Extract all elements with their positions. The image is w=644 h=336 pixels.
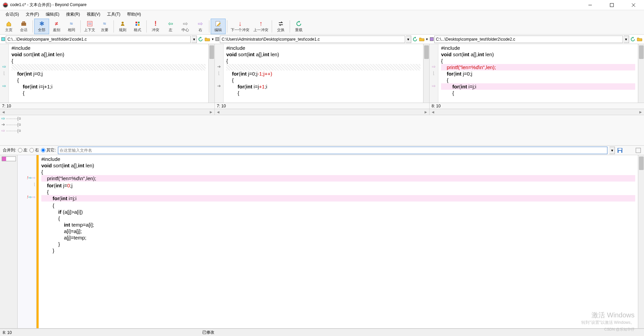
path-input-center[interactable] [220,36,405,43]
merge-target-input[interactable] [58,147,607,154]
menu-item[interactable]: 编辑(E) [43,11,62,18]
code-right[interactable]: #include void sort(int a[],int len){ pri… [438,44,638,103]
toolbar-context[interactable]: 上下文 [82,19,97,34]
star-icon: ✱ [39,20,44,27]
path-input-right[interactable] [434,36,623,43]
path-center: ▾ ▼ [215,36,428,43]
vscrollbar-right[interactable] [638,44,644,103]
pane-info-center: 7: 10 [215,103,429,109]
folder-center-icon[interactable] [419,36,425,42]
save-icon[interactable] [617,147,623,153]
code-center[interactable]: #include void sort(int a[],int len){ for… [224,44,423,103]
merge-to-label: 合并到: [3,147,16,153]
path-dropdown-left[interactable]: ▾ [191,36,197,43]
toolbar-down-red[interactable]: ↓下一个冲突 [229,19,251,34]
refresh-left-icon[interactable] [198,36,204,42]
hscrollbar-center[interactable]: ◄► [215,109,429,115]
toolbar-approx2[interactable]: ≈次要 [97,19,112,34]
pane-info-right: 8: 10 [430,103,644,109]
folder-dropdown-left[interactable]: ▼ [211,38,214,41]
code-left[interactable]: #include void sort(int a[],int len){ for… [9,44,208,103]
hscrollbar-right[interactable]: ◄► [430,109,644,115]
svg-rect-19 [619,151,621,153]
folder-dropdown-center[interactable]: ▼ [425,38,429,41]
right-indicator-icon [430,37,434,41]
briefcase-icon [21,20,27,27]
panel-right: ⇨⌊⇨ #include void sort(int a[],int len){… [430,44,644,115]
panel-center: ➔⌊➔ #include void sort(int a[],int len){… [215,44,430,115]
path-dropdown-right[interactable]: ▾ [624,36,629,43]
minimize-button[interactable] [582,0,598,10]
merge-target-dropdown[interactable]: ▾ [609,147,615,154]
merge-radio-right[interactable]: 右 [29,147,39,153]
status-modified: 已修改 [202,330,402,335]
menu-item[interactable]: 视图(V) [84,11,103,18]
svg-point-11 [122,22,124,24]
refresh-center-icon[interactable] [412,36,418,42]
maximize-button[interactable] [604,0,620,10]
toolbar-star[interactable]: ✱全部 [34,19,49,34]
svg-rect-20 [636,148,641,153]
gutter-left: ⇨⌊⇨ [0,44,9,103]
rules-icon [120,20,126,27]
diff-strip: ⇨·········{¤➔·········{¤⇨·········{¤ [0,115,644,146]
menu-item[interactable]: 工具(T) [104,11,123,18]
folder-left-icon[interactable] [204,36,210,42]
svg-rect-12 [136,22,137,23]
toolbar-format[interactable]: 格式 [130,19,145,34]
toolbar-divider [113,20,114,33]
toolbar-rules[interactable]: 规则 [115,19,130,34]
toolbar-reload[interactable]: 重载 [291,19,306,34]
merge-radio-left[interactable]: 左 [18,147,27,153]
path-input-left[interactable] [6,36,191,43]
panel-left: ⇨⌊⇨ #include void sort(int a[],int len){… [0,44,215,115]
folder-right-icon[interactable] [637,36,643,42]
toolbar-swap[interactable]: 交换 [273,19,288,34]
vscrollbar-center[interactable] [423,44,429,103]
path-right: ▾ [430,36,643,43]
menu-item[interactable]: 文件(F) [23,11,42,18]
status-bar: 8: 10 已修改 [0,329,644,336]
close-button[interactable] [626,0,641,10]
merge-expand-icon[interactable] [635,147,641,153]
toolbar-arrow-left[interactable]: ⇦左 [163,19,178,34]
pane-info-left: 7: 10 [0,103,214,109]
toolbar-approx[interactable]: ≈相同 [64,19,79,34]
menu-item[interactable]: 会话(S) [3,11,22,18]
svg-rect-15 [138,24,140,26]
titlebar: code1.c* - 文本合并(E) - Beyond Compare [0,0,644,10]
toolbar-neq[interactable]: ≠差别 [49,19,64,34]
menu-item[interactable]: 帮助(H) [124,11,144,18]
home-icon [6,20,12,27]
vscrollbar-merge[interactable] [638,155,644,328]
merge-code[interactable]: #include void sort(int a[],int len){ pri… [39,155,638,328]
toolbar-home[interactable]: 主页 [1,19,16,34]
svg-rect-2 [610,3,614,7]
thumbnail-column[interactable] [0,155,18,328]
toolbar-arrow-right[interactable]: ⇨右 [193,19,208,34]
merge-gutter: ! ⇨⇨⌊! ⇨⇨ [18,155,37,328]
toolbar-up-red[interactable]: ↑上一冲突 [251,19,270,34]
menu-item[interactable]: 搜索(R) [63,11,83,18]
svg-rect-6 [23,22,25,23]
center-indicator-icon [215,37,219,41]
hscrollbar-left[interactable]: ◄► [0,109,214,115]
merge-radio-other[interactable]: 其它: [41,147,56,153]
toolbar-divider [227,20,227,33]
toolbar-arrow-center[interactable]: ⇨中心 [178,19,193,34]
path-bar: ▾ ▼ ▾ ▼ ▾ [0,35,644,44]
toolbar-conflict[interactable]: !冲突 [148,19,163,34]
toolbar-divider [290,20,290,33]
toolbar-briefcase[interactable]: 会话 [16,19,31,34]
vscrollbar-left[interactable] [208,44,214,103]
approx-icon: ≈ [70,20,73,27]
toolbar-divider [209,20,209,33]
thumbnail-icon [2,156,16,161]
path-dropdown-center[interactable]: ▾ [406,36,411,43]
arrow-right-icon: ⇨ [198,20,203,27]
refresh-right-icon[interactable] [630,36,636,42]
left-indicator-icon [1,37,5,41]
toolbar-edit[interactable]: 编辑 [211,19,226,34]
format-icon [134,20,141,27]
toolbar-divider [272,20,272,33]
